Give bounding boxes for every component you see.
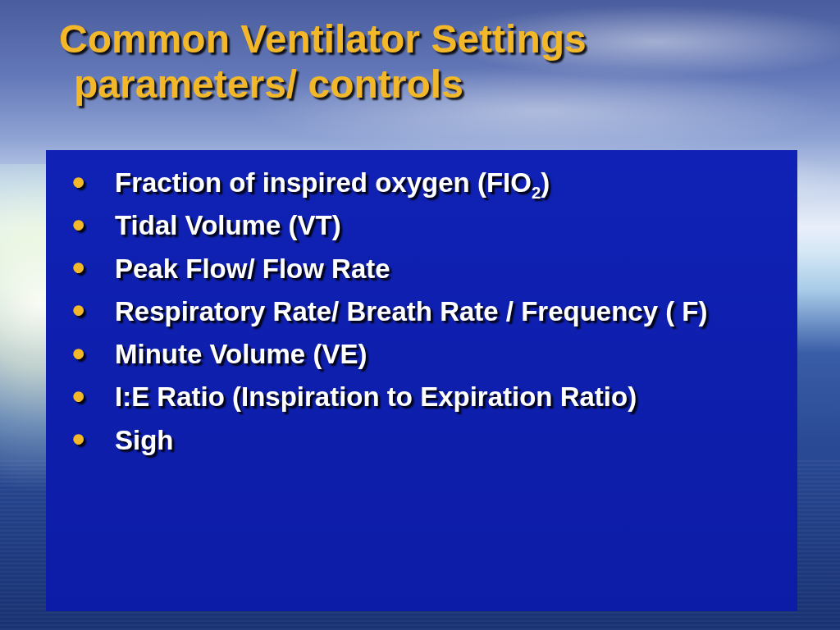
bullet-icon: • [72, 421, 84, 457]
list-item-text: Peak Flow/ Flow Rate [115, 253, 390, 284]
list-item: • I:E Ratio (Inspiration to Expiration R… [64, 376, 779, 418]
bullet-icon: • [72, 249, 84, 285]
list-item-text: I:E Ratio (Inspiration to Expiration Rat… [115, 381, 637, 412]
slide: Common Ventilator Settings parameters/ c… [0, 0, 840, 630]
slide-title: Common Ventilator Settings parameters/ c… [59, 16, 791, 107]
text-fragment: Sigh [115, 425, 174, 455]
text-fragment: Peak Flow/ Flow Rate [115, 253, 390, 284]
list-item: • Tidal Volume (VT) [64, 204, 779, 247]
text-fragment: Tidal Volume (VT) [115, 210, 341, 240]
list-item: • Peak Flow/ Flow Rate [64, 248, 779, 290]
text-fragment: Minute Volume (VE) [115, 339, 367, 369]
content-panel: • Fraction of inspired oxygen (FIO2) • T… [46, 150, 797, 611]
text-fragment: Fraction of inspired oxygen (FIO [115, 167, 532, 198]
bullet-list: • Fraction of inspired oxygen (FIO2) • T… [64, 162, 779, 462]
list-item: • Minute Volume (VE) [64, 333, 779, 376]
text-fragment: Respiratory Rate/ Breath Rate / Frequenc… [115, 296, 708, 326]
bullet-icon: • [72, 292, 84, 328]
text-fragment: I:E Ratio (Inspiration to Expiration Rat… [115, 381, 637, 412]
bullet-icon: • [72, 336, 84, 372]
subscript: 2 [532, 183, 541, 202]
bullet-icon: • [72, 164, 84, 200]
title-line-2: parameters/ controls [59, 62, 791, 107]
list-item-text: Sigh [115, 425, 174, 455]
list-item-text: Minute Volume (VE) [115, 339, 367, 369]
list-item-text: Respiratory Rate/ Breath Rate / Frequenc… [115, 296, 708, 326]
list-item-text: Fraction of inspired oxygen (FIO2) [115, 167, 550, 198]
list-item: • Sigh [64, 419, 779, 462]
list-item: • Fraction of inspired oxygen (FIO2) [64, 162, 779, 204]
bullet-icon: • [72, 207, 84, 243]
list-item: • Respiratory Rate/ Breath Rate / Freque… [64, 290, 779, 333]
bullet-icon: • [72, 378, 84, 414]
list-item-text: Tidal Volume (VT) [115, 210, 341, 240]
text-fragment: ) [541, 167, 550, 198]
title-line-1: Common Ventilator Settings [59, 16, 791, 62]
